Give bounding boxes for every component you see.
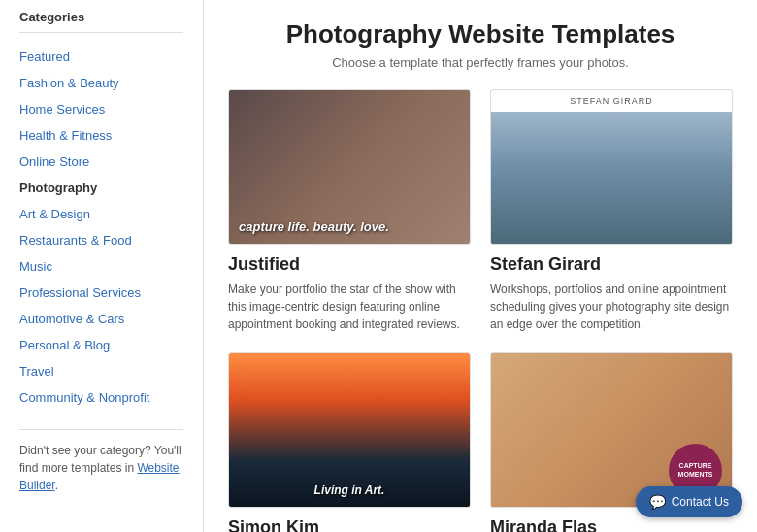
- template-name: Justified: [228, 254, 471, 275]
- sidebar-footer: Didn't see your category? You'll find mo…: [19, 429, 183, 494]
- page-subtitle: Choose a template that perfectly frames …: [228, 55, 733, 70]
- thumb-overlay: capture life. beauty. love.: [239, 219, 389, 234]
- template-card-justified[interactable]: capture life. beauty. love. Justified Ma…: [228, 89, 471, 333]
- template-name: Stefan Girard: [490, 254, 733, 275]
- template-desc: Workshops, portfolios and online appoint…: [490, 281, 733, 333]
- template-name: Miranda Flas: [490, 517, 733, 532]
- thumb-overlay: Living in Art.: [314, 483, 385, 497]
- sidebar-item-art-design[interactable]: Art & Design: [19, 202, 183, 226]
- template-name: Simon Kim: [228, 517, 471, 532]
- sidebar-item-photography[interactable]: Photography: [19, 176, 183, 200]
- template-thumb: capture life. beauty. love.: [228, 89, 471, 245]
- sidebar-item-health-fitness[interactable]: Health & Fitness: [19, 123, 183, 148]
- sidebar-item-music[interactable]: Music: [19, 254, 183, 279]
- sidebar-item-personal-blog[interactable]: Personal & Blog: [19, 333, 183, 357]
- template-thumb: CAPTUREMOMENTS: [490, 352, 733, 508]
- contact-us-button[interactable]: 💬 Contact Us: [636, 486, 742, 517]
- thumb-bar: STEFAN GIRARD: [491, 90, 732, 112]
- sidebar-item-restaurants-food[interactable]: Restaurants & Food: [19, 228, 183, 252]
- templates-grid: capture life. beauty. love. Justified Ma…: [228, 89, 733, 532]
- sidebar-title: Categories: [19, 10, 183, 33]
- sidebar-item-online-store[interactable]: Online Store: [19, 150, 183, 174]
- sidebar-item-automotive-cars[interactable]: Automotive & Cars: [19, 307, 183, 331]
- contact-label: Contact Us: [672, 495, 729, 509]
- main-content: Photography Website Templates Choose a t…: [204, 0, 757, 532]
- sidebar-item-community-nonprofit[interactable]: Community & Nonprofit: [19, 385, 183, 410]
- template-thumb: STEFAN GIRARD: [490, 89, 733, 245]
- sidebar-item-fashion-beauty[interactable]: Fashion & Beauty: [19, 71, 183, 95]
- template-card-simon-kim[interactable]: Living in Art. Simon Kim: [228, 352, 471, 532]
- sidebar-item-travel[interactable]: Travel: [19, 359, 183, 383]
- sidebar: Categories FeaturedFashion & BeautyHome …: [0, 0, 204, 532]
- template-desc: Make your portfolio the star of the show…: [228, 281, 471, 333]
- sidebar-item-home-services[interactable]: Home Services: [19, 97, 183, 121]
- sidebar-item-featured[interactable]: Featured: [19, 45, 183, 69]
- page-title: Photography Website Templates: [228, 19, 733, 50]
- sidebar-item-professional-services[interactable]: Professional Services: [19, 281, 183, 305]
- template-card-stefan-girard[interactable]: STEFAN GIRARD Stefan Girard Workshops, p…: [490, 89, 733, 333]
- contact-icon: 💬: [649, 494, 666, 510]
- sidebar-footer-period: .: [55, 479, 58, 492]
- sidebar-nav: FeaturedFashion & BeautyHome ServicesHea…: [19, 45, 183, 410]
- template-thumb: Living in Art.: [228, 352, 471, 508]
